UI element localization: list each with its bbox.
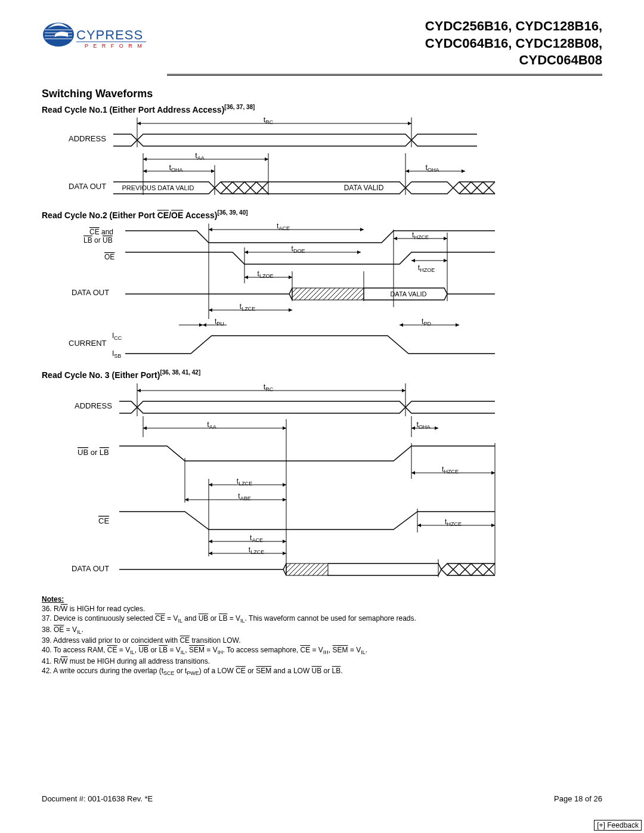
svg-text:ADDRESS: ADDRESS	[75, 401, 112, 410]
parts-line2: CYDC064B16, CYDC128B08,	[167, 35, 602, 52]
svg-text:tHZCE: tHZCE	[445, 518, 462, 527]
svg-text:DATA VALID: DATA VALID	[390, 290, 426, 298]
svg-text:LB or UB: LB or UB	[83, 236, 113, 244]
svg-text:ADDRESS: ADDRESS	[69, 134, 106, 143]
svg-text:tLZCE: tLZCE	[249, 546, 264, 555]
diagram3-title: Read Cycle No. 3 (Either Port)[36, 38, 4…	[42, 369, 602, 380]
note-42: 42. A write occurs during the overlap (t…	[42, 666, 602, 677]
section-title: Switching Waveforms	[42, 88, 602, 100]
svg-text:tLZCE: tLZCE	[237, 477, 252, 487]
svg-text:tAA: tAA	[207, 420, 216, 430]
svg-text:CURRENT: CURRENT	[69, 339, 107, 348]
svg-text:DATA OUT: DATA OUT	[69, 182, 106, 191]
note-41: 41. R/W must be HIGH during all address …	[42, 657, 602, 666]
svg-rect-93	[286, 563, 328, 575]
svg-text:tOHA: tOHA	[425, 163, 439, 173]
svg-text:CE: CE	[98, 516, 109, 525]
diagram1: tRC ADDRESS tAA tOHA tOHA DATA OUT PREVI…	[66, 117, 602, 201]
svg-text:tAA: tAA	[195, 151, 205, 161]
note-37: 37. Device is continuously selected CE =…	[42, 614, 602, 625]
diagram2: CE and LB or UB tACE tHZCE OE tDOE tHZOE	[66, 224, 602, 361]
svg-text:CYPRESS: CYPRESS	[76, 27, 143, 42]
notes: Notes: 36. R/W is HIGH for read cycles. …	[42, 594, 602, 677]
svg-text:PREVIOUS DATA VALID: PREVIOUS DATA VALID	[122, 184, 194, 191]
svg-text:tDOE: tDOE	[292, 244, 305, 254]
svg-rect-46	[292, 288, 364, 300]
diagram3: tRC ADDRESS tAA tOHA UB or LB tHZCE	[66, 383, 602, 586]
svg-text:tHZOE: tHZOE	[418, 264, 435, 273]
svg-text:tRC: tRC	[264, 383, 274, 392]
svg-text:tLZOE: tLZOE	[258, 270, 274, 279]
part-numbers: CYDC256B16, CYDC128B16, CYDC064B16, CYDC…	[167, 18, 602, 76]
svg-text:DATA VALID: DATA VALID	[344, 184, 384, 192]
svg-text:tLZCE: tLZCE	[240, 302, 255, 312]
svg-text:tHZCE: tHZCE	[412, 231, 429, 240]
parts-line1: CYDC256B16, CYDC128B16,	[167, 18, 602, 35]
doc-number: Document #: 001-01638 Rev. *E	[42, 794, 153, 803]
feedback-button[interactable]: [+] Feedback	[594, 820, 642, 831]
svg-text:tPU: tPU	[215, 317, 224, 327]
svg-text:CE and: CE and	[89, 228, 113, 236]
svg-text:ISB: ISB	[112, 349, 121, 359]
svg-text:tACE: tACE	[277, 224, 290, 231]
svg-text:tHZCE: tHZCE	[442, 465, 459, 475]
svg-text:ICC: ICC	[112, 332, 122, 341]
diagram2-title: Read Cycle No.2 (Either Port CE/OE Acces…	[42, 209, 602, 220]
svg-text:tABE: tABE	[238, 492, 250, 501]
svg-text:tOHA: tOHA	[416, 420, 430, 430]
note-40: 40. To access RAM, CE = VIL, UB or LB = …	[42, 645, 602, 657]
svg-text:DATA OUT: DATA OUT	[72, 564, 109, 573]
diagram1-title: Read Cycle No.1 (Either Port Address Acc…	[42, 104, 602, 114]
svg-text:UB or LB: UB or LB	[78, 448, 109, 457]
svg-text:tACE: tACE	[250, 534, 263, 543]
svg-text:tRC: tRC	[264, 117, 274, 125]
svg-text:P E R F O R M: P E R F O R M	[85, 43, 144, 49]
footer: Document #: 001-01638 Rev. *E Page 18 of…	[42, 794, 602, 803]
svg-text:tOHA: tOHA	[169, 163, 182, 173]
note-39: 39. Address valid prior to or coincident…	[42, 636, 602, 645]
notes-title: Notes:	[42, 594, 602, 604]
svg-text:DATA OUT: DATA OUT	[72, 288, 109, 297]
parts-line3: CYDC064B08	[167, 52, 602, 69]
page-number: Page 18 of 26	[554, 794, 602, 803]
cypress-logo: CYPRESS P E R F O R M	[42, 18, 149, 60]
svg-text:tPD: tPD	[422, 317, 431, 327]
note-38: 38. OE = VIL.	[42, 625, 602, 636]
svg-text:OE: OE	[104, 253, 114, 261]
note-36: 36. R/W is HIGH for read cycles.	[42, 604, 602, 614]
